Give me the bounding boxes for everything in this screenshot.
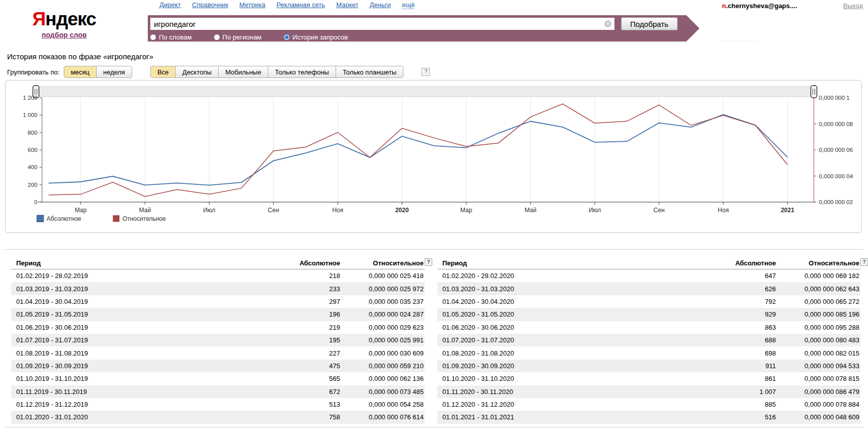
x-axis-label: Май: [139, 207, 151, 214]
nav-link-2[interactable]: Справочник: [192, 1, 228, 9]
page-title: История показов по фразе «игропедагог»: [7, 52, 153, 61]
logout-link[interactable]: Выход: [843, 2, 863, 10]
device-tab-2[interactable]: Десктопы: [175, 66, 219, 78]
nav-link-6[interactable]: Деньги: [369, 1, 391, 9]
header-relative-wrap: Относительное?: [373, 259, 424, 267]
right-axis-label: 0,000 000 08: [819, 121, 853, 127]
period-cell: 01.07.2020 - 31.07.2020: [437, 336, 696, 344]
mode-radio-3[interactable]: История запросов: [284, 33, 348, 41]
relative-cell: 0,000 000 065 272: [777, 298, 860, 305]
radio-icon: [214, 34, 220, 40]
navigator-handle-right[interactable]: [811, 86, 817, 98]
history-chart: МарМайИюлСенНоя2020МарМайИюлСенНоя20211 …: [6, 81, 861, 232]
x-axis-label: Сен: [268, 207, 279, 214]
header-period: Период: [437, 259, 696, 267]
absolute-cell: 885: [696, 401, 777, 408]
period-cell: 01.09.2020 - 30.09.2020: [437, 362, 696, 370]
relative-series-line[interactable]: [49, 104, 788, 197]
x-axis-label: Май: [524, 207, 536, 214]
device-tab-4[interactable]: Только телефоны: [268, 66, 336, 78]
absolute-cell: 565: [260, 375, 341, 382]
period-cell: 01.06.2020 - 30.06.2020: [437, 324, 696, 331]
relative-cell: 0,000 000 025 972: [341, 285, 425, 293]
table-group-left: ПериодАбсолютноеОтносительное?01.02.2019…: [11, 257, 425, 424]
device-tab-1[interactable]: Все: [150, 66, 176, 78]
right-axis-label: 0,000 000 1: [819, 95, 850, 101]
nav-link-3[interactable]: Метрика: [239, 1, 265, 9]
relative-help-icon[interactable]: ?: [860, 258, 868, 266]
navigator-track[interactable]: [36, 87, 814, 97]
relative-cell: 0,000 000 048 609: [777, 413, 860, 421]
absolute-cell: 861: [696, 375, 777, 382]
table-row: 01.07.2019 - 31.07.20191950,000 000 025 …: [11, 334, 425, 346]
absolute-cell: 218: [260, 272, 341, 280]
legend-label: Абсолютное: [47, 215, 81, 222]
group-by-tabs: месяцнеделя: [64, 66, 132, 78]
absolute-cell: 227: [260, 349, 341, 357]
legend-swatch[interactable]: [37, 215, 44, 222]
relative-cell: 0,000 000 035 237: [341, 298, 425, 305]
absolute-series-line[interactable]: [49, 114, 788, 185]
absolute-cell: 863: [696, 324, 777, 331]
period-cell: 01.09.2019 - 30.09.2019: [11, 362, 260, 370]
header-relative: Относительное?: [341, 259, 425, 267]
device-tab-3[interactable]: Мобильные: [218, 66, 268, 78]
group-tab-2[interactable]: неделя: [96, 66, 132, 78]
mode-radio-2[interactable]: По регионам: [214, 33, 262, 41]
absolute-cell: 626: [696, 285, 777, 293]
yandex-logo: Яндекс подбор слов: [32, 9, 96, 40]
relative-help-icon[interactable]: ?: [425, 258, 432, 266]
absolute-cell: 688: [696, 336, 777, 344]
all-regions-link[interactable]: Все регионы: [720, 33, 759, 42]
clear-input-icon[interactable]: ✕: [604, 20, 611, 27]
relative-cell: 0,000 000 086 479: [777, 388, 860, 396]
chart-panel: МарМайИюлСенНоя2020МарМайИюлСенНоя20211 …: [5, 80, 862, 233]
nav-link-5[interactable]: Маркет: [336, 1, 358, 9]
relative-cell: 0,000 000 062 136: [341, 375, 425, 382]
radio-selected-icon: [284, 34, 290, 40]
absolute-cell: 516: [696, 413, 777, 421]
submit-button[interactable]: Подобрать: [621, 17, 678, 30]
absolute-cell: 1 007: [696, 388, 777, 396]
period-cell: 01.12.2019 - 31.12.2019: [11, 401, 260, 408]
relative-cell: 0,000 000 076 614: [341, 413, 425, 421]
x-axis-label: 2021: [781, 207, 795, 214]
period-cell: 01.11.2019 - 30.11.2019: [11, 388, 260, 396]
device-tab-5[interactable]: Только планшеты: [336, 66, 403, 78]
nav-link-7[interactable]: ещё: [402, 1, 415, 9]
nav-link-4[interactable]: Рекламная сеть: [276, 1, 325, 9]
table-row: 01.08.2020 - 31.08.20206980,000 000 082 …: [437, 346, 860, 359]
period-cell: 01.07.2019 - 31.07.2019: [11, 336, 260, 344]
table-row: 01.08.2019 - 31.08.20192270,000 000 030 …: [11, 346, 425, 359]
header-relative: Относительное?: [777, 259, 860, 267]
search-input[interactable]: [150, 18, 614, 30]
legend-swatch[interactable]: [113, 215, 119, 222]
right-axis-label: 0,000 000 02: [819, 199, 853, 205]
table-group-right: ПериодАбсолютноеОтносительное?01.02.2020…: [437, 257, 860, 424]
nav-link-1[interactable]: Директ: [159, 1, 181, 9]
absolute-cell: 195: [260, 336, 341, 344]
period-cell: 01.03.2020 - 31.03.2020: [437, 285, 696, 293]
mode-radio-1[interactable]: По словам: [150, 33, 192, 41]
table-row: 01.03.2020 - 31.03.20206260,000 000 062 …: [437, 282, 860, 295]
relative-cell: 0,000 000 085 196: [777, 310, 860, 318]
left-axis-label: 200: [28, 182, 37, 188]
x-axis-label: Ноя: [718, 207, 729, 214]
absolute-cell: 758: [260, 413, 341, 421]
mode-radio-label: По регионам: [223, 33, 262, 41]
table-row: 01.01.2021 - 31.01.20215160,000 000 048 …: [437, 411, 860, 423]
left-axis-label: 0: [34, 199, 37, 205]
device-help-icon[interactable]: ?: [422, 68, 430, 76]
relative-cell: 0,000 000 078 815: [777, 375, 860, 382]
mode-radio-label: История запросов: [293, 33, 348, 41]
table-row: 01.01.2020 - 31.01.20207580,000 000 076 …: [11, 411, 425, 423]
period-cell: 01.01.2020 - 31.01.2020: [11, 413, 260, 421]
relative-cell: 0,000 000 082 015: [777, 349, 860, 357]
absolute-cell: 698: [696, 349, 777, 357]
group-tab-1[interactable]: месяц: [64, 66, 97, 78]
absolute-cell: 929: [696, 310, 777, 318]
yandex-logo-word[interactable]: Яндекс: [32, 9, 96, 30]
wordstat-home-link[interactable]: подбор слов: [42, 31, 87, 39]
relative-cell: 0,000 000 059 210: [341, 362, 425, 370]
relative-cell: 0,000 000 095 288: [777, 324, 860, 331]
